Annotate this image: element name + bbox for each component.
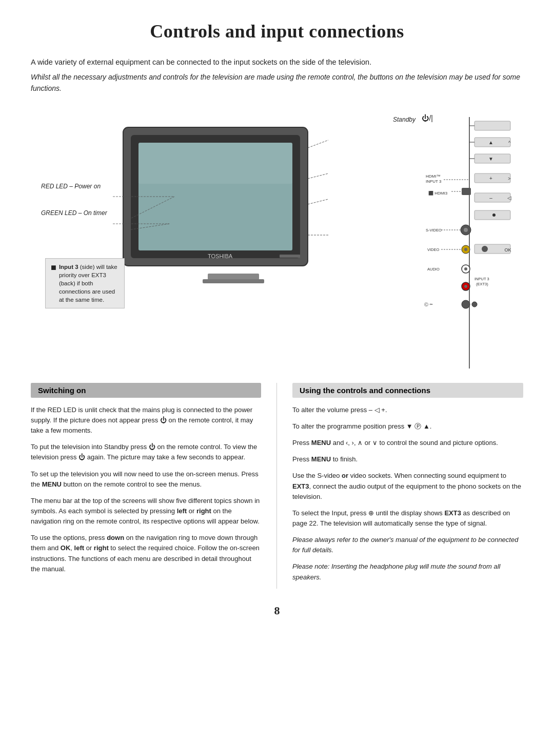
svg-rect-7 — [280, 255, 300, 258]
switching-on-section: Switching on If the RED LED is unlit che… — [31, 383, 277, 589]
svg-text:◁: ◁ — [507, 195, 511, 201]
svg-text:VIDEO: VIDEO — [427, 247, 440, 252]
svg-text:S-VIDEO: S-VIDEO — [426, 228, 442, 232]
svg-text:⬛ HDMI3: ⬛ HDMI3 — [428, 190, 448, 196]
two-column-section: Switching on If the RED LED is unlit che… — [31, 383, 523, 589]
svg-rect-1 — [203, 279, 264, 283]
svg-text:OK: OK — [504, 247, 511, 253]
svg-point-53 — [464, 267, 467, 270]
page-title: Controls and input connections — [31, 21, 523, 42]
switching-on-p3: To set up the television you will now ne… — [31, 469, 261, 490]
svg-line-14 — [308, 199, 328, 204]
green-led-label: GREEN LED – On timer — [41, 209, 107, 217]
svg-point-50 — [482, 246, 488, 252]
svg-text:AUDIO: AUDIO — [427, 267, 440, 272]
switching-on-p1: If the RED LED is unlit check that the m… — [31, 405, 261, 436]
svg-point-60 — [472, 302, 477, 307]
switching-on-p4: The menu bar at the top of the screens w… — [31, 496, 261, 527]
using-controls-p8: Please note: Inserting the headphone plu… — [292, 561, 523, 582]
red-led-label: RED LED – Power on — [41, 183, 101, 190]
input3-note: ■ Input 3 (side) will take priority over… — [45, 258, 125, 308]
svg-text:Ⓒ ⚰: Ⓒ ⚰ — [424, 302, 433, 307]
using-controls-header: Using the controls and connections — [292, 383, 523, 398]
svg-point-46 — [464, 248, 467, 251]
svg-line-13 — [308, 173, 328, 179]
using-controls-p7: Please always refer to the owner's manua… — [292, 535, 523, 555]
svg-point-40 — [492, 214, 496, 217]
svg-rect-0 — [208, 274, 259, 280]
svg-rect-35 — [474, 193, 510, 202]
svg-rect-32 — [462, 188, 471, 195]
using-controls-p3: Press MENU and ‹, ›, ∧ or ∨ to control t… — [292, 438, 523, 448]
right-controls-panel: ▲ ^ ▼ HDMI™ INPUT 3 + > ⬛ HDMI3 — [423, 117, 518, 371]
svg-point-42 — [464, 228, 468, 232]
svg-point-59 — [462, 300, 470, 308]
using-controls-p4: Press MENU to finish. — [292, 454, 523, 464]
svg-text:HDMI™: HDMI™ — [426, 174, 440, 179]
switching-on-p5: To use the options, press down on the na… — [31, 533, 261, 574]
intro-paragraph2: Whilst all the necessary adjustments and… — [31, 72, 523, 94]
svg-rect-17 — [474, 121, 510, 130]
diagram-area: RED LED – Power on GREEN LED – On timer … — [31, 107, 523, 374]
using-controls-p5: Use the S-video or video sockets. When c… — [292, 471, 523, 501]
svg-text:–: – — [489, 195, 492, 201]
standby-label: Standby — [393, 116, 416, 123]
svg-text:▼: ▼ — [488, 156, 493, 162]
svg-text:>: > — [508, 176, 510, 181]
svg-text:INPUT 3: INPUT 3 — [426, 179, 442, 184]
using-controls-p6: To select the Input, press ⊕ until the d… — [292, 508, 523, 529]
svg-text:▲: ▲ — [488, 140, 493, 145]
tv-diagram: TOSHIBA — [113, 117, 354, 297]
svg-rect-29 — [474, 173, 510, 183]
svg-text:TOSHIBA: TOSHIBA — [208, 253, 233, 259]
switching-on-header: Switching on — [31, 383, 261, 398]
switching-on-p2: To put the television into Standby press… — [31, 442, 261, 462]
svg-rect-5 — [138, 143, 292, 184]
svg-point-58 — [464, 285, 467, 288]
intro-paragraph1: A wide variety of external equipment can… — [31, 56, 523, 68]
using-controls-p1: To alter the volume press – ◁ +. — [292, 405, 523, 415]
using-controls-section: Using the controls and connections To al… — [277, 383, 523, 589]
page-number: 8 — [31, 604, 523, 617]
svg-text:INPUT 3: INPUT 3 — [474, 277, 489, 281]
svg-line-12 — [308, 140, 328, 148]
using-controls-p2: To alter the programme position press ▼ … — [292, 421, 523, 432]
svg-text:(EXT3): (EXT3) — [476, 282, 488, 286]
svg-text:+: + — [489, 176, 492, 181]
